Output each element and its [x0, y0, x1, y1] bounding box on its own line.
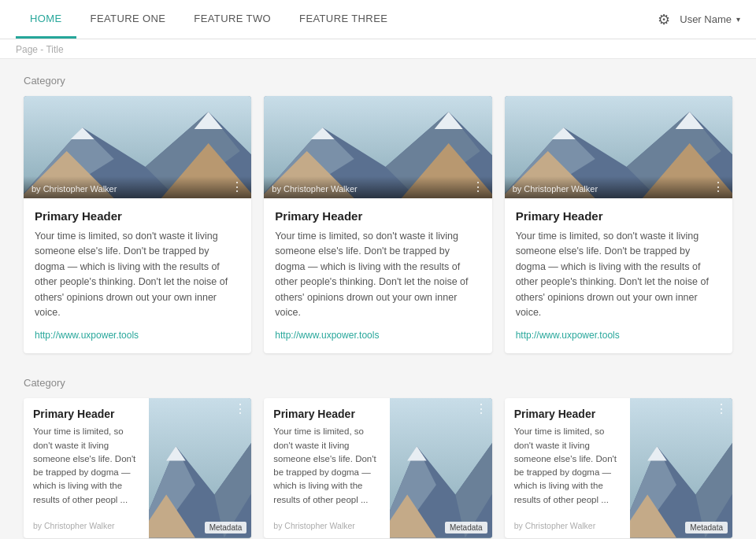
card-1-1-image: by Christopher Walker ⋮	[24, 96, 251, 198]
card-1-3-title: Primary Header	[516, 209, 721, 223]
card-2-2-text: Your time is limited, so don't waste it …	[273, 425, 380, 507]
tab-home[interactable]: HOME	[16, 0, 76, 39]
user-menu-button[interactable]: User Name ▾	[680, 13, 740, 25]
card-1-2: by Christopher Walker ⋮ Primary Header Y…	[264, 96, 491, 353]
card-1-3-link[interactable]: http://www.uxpower.tools	[516, 330, 620, 341]
card-2-3-author: by Christopher Walker	[514, 521, 621, 530]
card-1-3-menu-dots[interactable]: ⋮	[712, 181, 724, 194]
card-2-3-text: Your time is limited, so don't waste it …	[514, 425, 621, 507]
card-2-2-image: ⋮ Metadata	[390, 398, 492, 538]
card-1-3-text: Your time is limited, so don't waste it …	[516, 229, 721, 320]
card-2-1-menu-dots[interactable]: ⋮	[234, 403, 246, 415]
card-1-1: by Christopher Walker ⋮ Primary Header Y…	[24, 96, 251, 353]
nav-tabs: HOME FEATURE ONE FEATURE TWO FEATURE THR…	[16, 0, 402, 39]
section-2-label: Category	[24, 377, 732, 389]
card-2-1: Primary Header Your time is limited, so …	[24, 398, 251, 538]
page-title-bar: Page - Title	[0, 39, 756, 59]
card-2-3-side-overlay: ⋮	[715, 403, 728, 415]
card-1-3-overlay: by Christopher Walker ⋮	[505, 176, 732, 198]
card-2-2-menu-dots[interactable]: ⋮	[475, 403, 487, 415]
card-2-1-author: by Christopher Walker	[33, 521, 139, 530]
card-2-3-menu-dots[interactable]: ⋮	[715, 403, 728, 415]
card-grid-1: by Christopher Walker ⋮ Primary Header Y…	[24, 96, 732, 353]
tab-feature-one[interactable]: FEATURE ONE	[76, 0, 180, 39]
card-2-1-body: Primary Header Your time is limited, so …	[24, 398, 149, 538]
tab-feature-three[interactable]: FEATURE THREE	[285, 0, 402, 39]
card-1-2-menu-dots[interactable]: ⋮	[472, 181, 484, 194]
card-1-1-author: by Christopher Walker	[32, 184, 117, 194]
card-2-1-title: Primary Header	[33, 408, 139, 420]
card-grid-2: Primary Header Your time is limited, so …	[24, 398, 732, 538]
card-1-1-menu-dots[interactable]: ⋮	[231, 181, 243, 194]
nav-right: ⚙ User Name ▾	[658, 11, 740, 28]
card-2-1-metadata: Metadata	[205, 522, 247, 533]
card-1-3-body: Primary Header Your time is limited, so …	[505, 198, 732, 353]
card-1-2-author: by Christopher Walker	[272, 184, 357, 194]
card-2-3-metadata: Metadata	[685, 522, 728, 533]
card-2-3: Primary Header Your time is limited, so …	[505, 398, 732, 538]
card-2-2: Primary Header Your time is limited, so …	[264, 398, 491, 538]
card-1-3: by Christopher Walker ⋮ Primary Header Y…	[505, 96, 732, 353]
card-1-1-title: Primary Header	[35, 209, 240, 223]
card-2-3-body: Primary Header Your time is limited, so …	[505, 398, 630, 538]
card-2-2-title: Primary Header	[273, 408, 380, 420]
card-1-2-title: Primary Header	[275, 209, 480, 223]
card-2-2-body: Primary Header Your time is limited, so …	[264, 398, 389, 538]
card-1-3-image: by Christopher Walker ⋮	[505, 96, 732, 198]
card-2-1-image: ⋮ Metadata	[149, 398, 251, 538]
card-2-2-author: by Christopher Walker	[273, 521, 380, 530]
card-1-1-text: Your time is limited, so don't waste it …	[35, 229, 240, 320]
card-1-2-overlay: by Christopher Walker ⋮	[264, 176, 491, 198]
card-2-1-text: Your time is limited, so don't waste it …	[33, 425, 139, 507]
card-2-2-metadata: Metadata	[445, 522, 487, 533]
tab-feature-two[interactable]: FEATURE TWO	[180, 0, 285, 39]
section-2: Category Primary Header Your time is lim…	[24, 377, 732, 538]
page-title: Page - Title	[16, 44, 64, 55]
card-1-1-body: Primary Header Your time is limited, so …	[24, 198, 251, 353]
section-1-label: Category	[24, 75, 732, 87]
card-2-1-side-overlay: ⋮	[234, 403, 246, 415]
card-1-2-image: by Christopher Walker ⋮	[264, 96, 491, 198]
card-1-1-link[interactable]: http://www.uxpower.tools	[35, 330, 139, 341]
user-name-label: User Name	[680, 13, 732, 25]
card-1-2-body: Primary Header Your time is limited, so …	[264, 198, 491, 353]
card-2-3-image: ⋮ Metadata	[630, 398, 732, 538]
card-1-1-overlay: by Christopher Walker ⋮	[24, 176, 251, 198]
card-1-2-text: Your time is limited, so don't waste it …	[275, 229, 480, 320]
card-2-2-side-overlay: ⋮	[475, 403, 487, 415]
card-1-3-author: by Christopher Walker	[513, 184, 598, 194]
navbar: HOME FEATURE ONE FEATURE TWO FEATURE THR…	[0, 0, 756, 39]
chevron-down-icon: ▾	[736, 15, 740, 24]
section-1: Category	[24, 75, 732, 353]
card-1-2-link[interactable]: http://www.uxpower.tools	[275, 330, 379, 341]
card-2-3-title: Primary Header	[514, 408, 621, 420]
gear-icon[interactable]: ⚙	[658, 11, 670, 28]
main-content: Category	[0, 59, 756, 539]
